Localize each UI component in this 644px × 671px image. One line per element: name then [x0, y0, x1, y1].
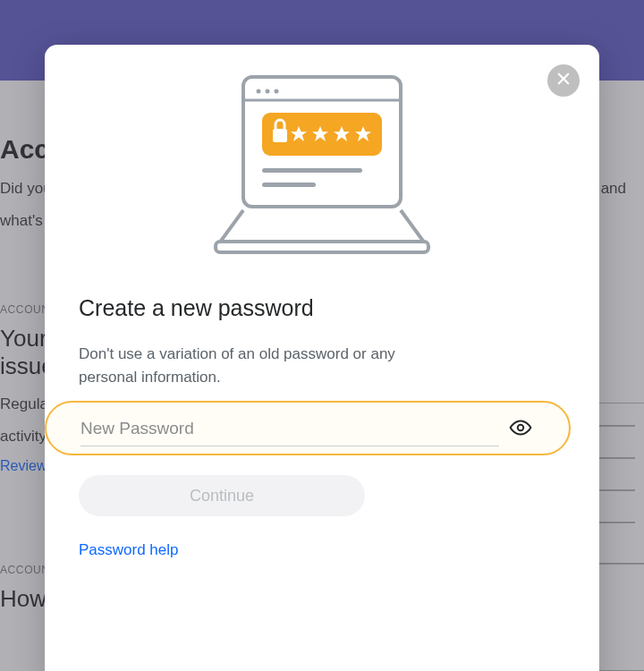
- toggle-password-visibility-button[interactable]: [508, 420, 533, 445]
- eye-icon: [509, 416, 532, 443]
- svg-rect-21: [262, 183, 316, 187]
- close-icon: [555, 71, 572, 90]
- create-password-modal: Create a new password Don't use a variat…: [45, 45, 599, 671]
- svg-point-14: [257, 89, 261, 94]
- svg-rect-22: [216, 242, 428, 252]
- continue-button[interactable]: Continue: [79, 475, 365, 516]
- svg-point-23: [518, 424, 524, 430]
- password-field-container: [45, 401, 571, 455]
- password-help-link[interactable]: Password help: [79, 541, 179, 558]
- svg-point-15: [266, 89, 270, 94]
- svg-rect-20: [262, 168, 362, 173]
- close-button[interactable]: [547, 64, 580, 97]
- svg-rect-19: [273, 129, 287, 142]
- modal-title: Create a new password: [79, 295, 565, 321]
- svg-point-16: [275, 89, 279, 94]
- new-password-input[interactable]: [80, 417, 499, 446]
- password-illustration: [79, 45, 565, 295]
- modal-subtitle: Don't use a variation of an old password…: [79, 343, 454, 388]
